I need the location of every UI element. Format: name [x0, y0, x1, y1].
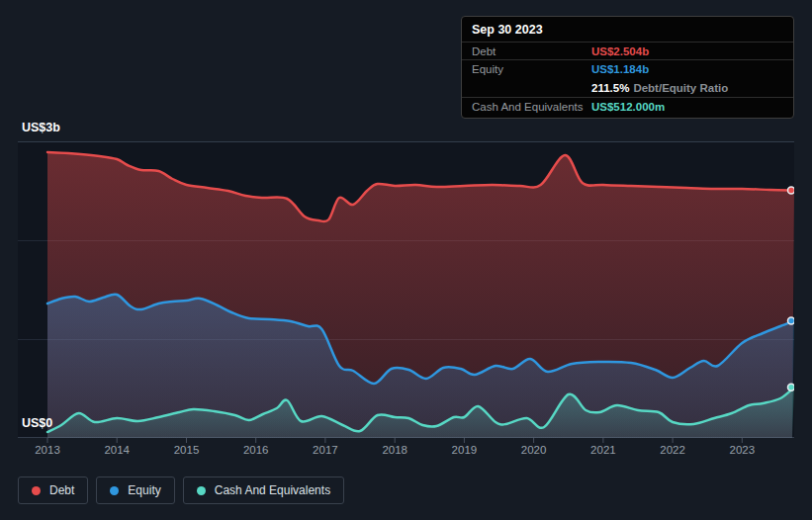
x-axis-label-2015: 2015: [174, 444, 200, 456]
debt-equity-history-panel: Sep 30 2023 Debt US$2.504b Equity US$1.1…: [0, 0, 812, 520]
tooltip-equity-value: US$1.184b: [591, 63, 649, 75]
tooltip-debt-value: US$2.504b: [591, 45, 649, 57]
tooltip-cash-value: US$512.000m: [591, 101, 665, 113]
cash-color-dot: [197, 486, 206, 495]
x-axis-label-2017: 2017: [313, 444, 338, 456]
x-axis-label-2013: 2013: [35, 444, 60, 456]
x-axis-label-2022: 2022: [660, 444, 685, 456]
legend-label-debt: Debt: [49, 483, 74, 497]
legend-item-cash[interactable]: Cash And Equivalents: [183, 477, 344, 504]
debt-equity-chart[interactable]: [18, 141, 794, 444]
tooltip-debt-row: Debt US$2.504b: [462, 42, 793, 59]
x-axis-label-2019: 2019: [452, 444, 478, 456]
legend: Debt Equity Cash And Equivalents: [18, 477, 344, 504]
tooltip-ratio-row: 211.5%Debt/Equity Ratio: [462, 77, 793, 97]
x-axis-label-2021: 2021: [590, 444, 616, 456]
chart-tooltip: Sep 30 2023 Debt US$2.504b Equity US$1.1…: [461, 16, 794, 119]
tooltip-cash-row: Cash And Equivalents US$512.000m: [462, 97, 793, 115]
legend-label-equity: Equity: [128, 483, 160, 497]
legend-label-cash: Cash And Equivalents: [215, 483, 330, 497]
x-axis-label-2020: 2020: [521, 444, 547, 456]
x-axis-label-2014: 2014: [104, 444, 130, 456]
chart-canvas[interactable]: [18, 141, 794, 444]
x-axis-label-2023: 2023: [730, 444, 756, 456]
legend-item-debt[interactable]: Debt: [18, 477, 88, 504]
x-axis-label-2016: 2016: [243, 444, 269, 456]
y-axis-label-bottom: US$0: [22, 416, 52, 430]
tooltip-ratio-value: 211.5%Debt/Equity Ratio: [591, 78, 728, 96]
tooltip-date: Sep 30 2023: [462, 19, 793, 42]
y-axis-label-top: US$3b: [22, 121, 60, 134]
tooltip-cash-label: Cash And Equivalents: [472, 101, 591, 113]
equity-color-dot: [110, 486, 119, 495]
x-axis-label-2018: 2018: [382, 444, 407, 456]
debt-color-dot: [32, 486, 41, 495]
tooltip-equity-label: Equity: [472, 63, 591, 75]
tooltip-equity-row: Equity US$1.184b: [462, 59, 793, 77]
legend-item-equity[interactable]: Equity: [96, 477, 174, 504]
x-axis: 2013201420152016201720182019202020212022…: [18, 444, 794, 459]
tooltip-debt-label: Debt: [472, 45, 591, 57]
